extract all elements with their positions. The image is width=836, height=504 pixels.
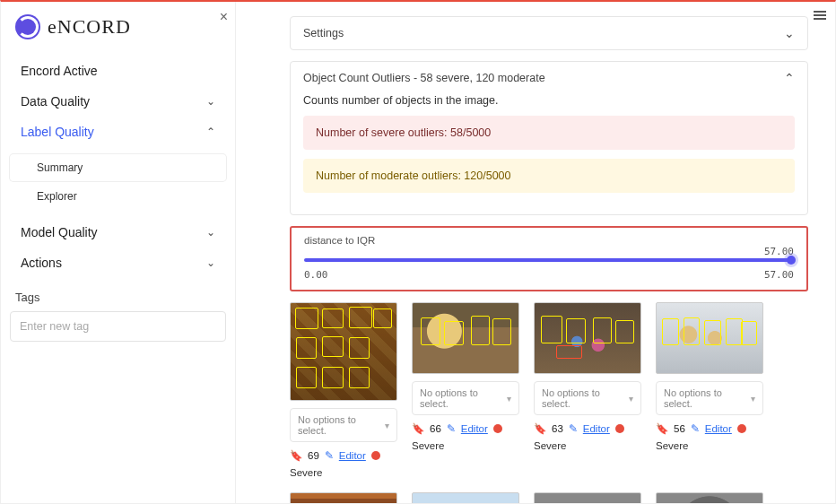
slider-max: 57.00: [764, 269, 794, 281]
tag-icon: 🔖: [412, 422, 424, 435]
select-placeholder: No options to select.: [420, 387, 507, 409]
options-select[interactable]: No options to select. ▾: [290, 408, 397, 442]
severe-text: Number of severe outliers: 58/5000: [316, 126, 491, 139]
severity-label: Severe: [412, 440, 444, 451]
severity-dot-icon: [737, 424, 746, 433]
options-select[interactable]: No options to select. ▾: [412, 381, 519, 415]
chevron-down-icon: ▾: [507, 394, 511, 404]
sidebar-sub-label-quality: Summary Explorer: [10, 147, 226, 217]
tag-icon: 🔖: [534, 422, 546, 435]
editor-link[interactable]: Editor: [339, 450, 366, 461]
editor-link[interactable]: Editor: [705, 423, 732, 434]
image-card: [290, 492, 397, 503]
iqr-slider-panel: distance to IQR 57.00 0.00 57.00: [290, 226, 808, 291]
sidebar-item-label: Model Quality: [21, 225, 98, 239]
severity-dot-icon: [493, 424, 502, 433]
app-root: × eNCORD Encord Active Data Quality ⌄ La…: [0, 0, 836, 504]
tag-count: 63: [552, 423, 563, 434]
card-meta: 🔖 56 ✎ Editor Severe: [656, 422, 763, 451]
panel-title: Object Count Outliers - 58 severe, 120 m…: [303, 72, 545, 84]
sidebar-sub-summary[interactable]: Summary: [10, 154, 226, 181]
editor-link[interactable]: Editor: [583, 423, 610, 434]
image-thumbnail[interactable]: [534, 302, 641, 374]
sidebar-nav: Encord Active Data Quality ⌄ Label Quali…: [1, 56, 235, 278]
severe-callout: Number of severe outliers: 58/5000: [303, 116, 795, 150]
panel-outliers: Object Count Outliers - 58 severe, 120 m…: [290, 61, 808, 215]
tag-count: 69: [308, 450, 319, 461]
sidebar-sub-label: Explorer: [37, 190, 77, 203]
chevron-down-icon: ⌄: [206, 256, 215, 269]
sidebar-item-label: Data Quality: [21, 94, 90, 109]
image-card: No options to select. ▾ 🔖 69 ✎ Editor Se…: [290, 302, 397, 478]
chevron-down-icon: ▾: [629, 394, 633, 404]
image-thumbnail[interactable]: [290, 492, 397, 503]
sidebar-item-actions[interactable]: Actions ⌄: [10, 248, 226, 278]
sidebar-item-label: Encord Active: [21, 64, 98, 78]
pencil-icon: ✎: [569, 422, 578, 435]
pencil-icon: ✎: [691, 422, 700, 435]
options-select[interactable]: No options to select. ▾: [534, 381, 641, 415]
image-card: [656, 492, 763, 503]
image-thumbnail[interactable]: [412, 302, 519, 374]
editor-link[interactable]: Editor: [461, 423, 488, 434]
image-thumbnail[interactable]: [656, 492, 763, 503]
tags-section: Tags: [1, 291, 235, 503]
sidebar-item-data-quality[interactable]: Data Quality ⌄: [10, 86, 226, 117]
sidebar-item-encord-active[interactable]: Encord Active: [10, 56, 226, 86]
close-icon[interactable]: ×: [220, 9, 228, 25]
chevron-down-icon: ⌄: [206, 226, 215, 239]
moderate-text: Number of moderate outliers: 120/5000: [316, 169, 511, 182]
sidebar-item-model-quality[interactable]: Model Quality ⌄: [10, 217, 226, 248]
sidebar-sub-label: Summary: [37, 161, 83, 174]
moderate-callout: Number of moderate outliers: 120/5000: [303, 159, 795, 193]
tag-icon: 🔖: [290, 449, 302, 462]
card-meta: 🔖 63 ✎ Editor Severe: [534, 422, 641, 451]
slider-thumb[interactable]: [787, 256, 796, 265]
panel-title: Settings: [303, 27, 344, 39]
sidebar: × eNCORD Encord Active Data Quality ⌄ La…: [1, 2, 236, 503]
image-card: No options to select. ▾ 🔖 63 ✎ Editor Se…: [534, 302, 641, 478]
card-meta: 🔖 66 ✎ Editor Severe: [412, 422, 519, 451]
severity-label: Severe: [534, 440, 566, 451]
severity-label: Severe: [656, 440, 688, 451]
brand: eNCORD: [1, 2, 235, 56]
card-meta: 🔖 69 ✎ Editor Severe: [290, 449, 397, 478]
select-placeholder: No options to select.: [542, 387, 629, 409]
image-thumbnail[interactable]: [534, 492, 641, 503]
image-thumbnail[interactable]: [290, 302, 397, 401]
sidebar-item-label: Actions: [21, 256, 62, 270]
chevron-down-icon: ⌄: [784, 26, 795, 40]
options-select[interactable]: No options to select. ▾: [656, 381, 763, 415]
tag-input[interactable]: [10, 311, 226, 342]
image-card: No options to select. ▾ 🔖 56 ✎ Editor Se…: [656, 302, 763, 478]
severity-dot-icon: [371, 451, 380, 460]
chevron-up-icon: ⌃: [206, 126, 215, 138]
image-card: [534, 492, 641, 503]
tag-icon: 🔖: [656, 422, 668, 435]
image-thumbnail[interactable]: [412, 492, 519, 503]
hamburger-menu[interactable]: [814, 9, 826, 22]
image-card: No options to select. ▾ 🔖 66 ✎ Editor Se…: [412, 302, 519, 478]
brand-logo-icon: [15, 14, 40, 39]
tags-heading: Tags: [10, 291, 226, 311]
slider-track[interactable]: 57.00: [304, 251, 794, 267]
severity-dot-icon: [615, 424, 624, 433]
chevron-down-icon: ▾: [751, 394, 755, 404]
main-content: Settings ⌄ Object Count Outliers - 58 se…: [236, 2, 835, 503]
slider-range-labels: 0.00 57.00: [304, 269, 794, 281]
tag-count: 66: [430, 423, 441, 434]
sidebar-item-label: Label Quality: [21, 125, 94, 139]
sidebar-sub-explorer[interactable]: Explorer: [10, 183, 226, 210]
slider-title: distance to IQR: [304, 235, 794, 246]
pencil-icon: ✎: [325, 449, 334, 462]
panel-outliers-header[interactable]: Object Count Outliers - 58 severe, 120 m…: [291, 62, 807, 94]
tag-count: 56: [674, 423, 685, 434]
chevron-up-icon: ⌃: [784, 71, 795, 85]
image-card: [412, 492, 519, 503]
sidebar-item-label-quality[interactable]: Label Quality ⌃: [10, 117, 226, 147]
image-thumbnail[interactable]: [656, 302, 763, 374]
select-placeholder: No options to select.: [298, 414, 385, 436]
panel-settings-header[interactable]: Settings ⌄: [291, 17, 807, 49]
chevron-down-icon: ⌄: [206, 95, 215, 108]
slider-min: 0.00: [304, 269, 328, 281]
